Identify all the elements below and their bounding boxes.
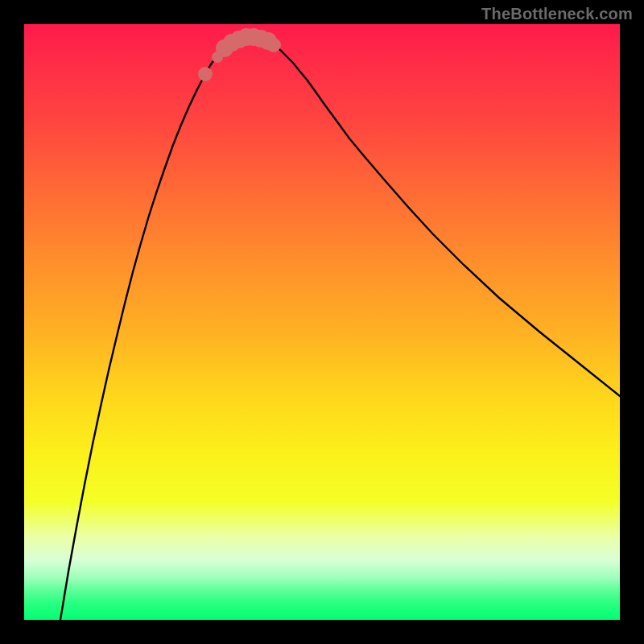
curve-marker [198, 67, 213, 81]
chart-frame: TheBottleneck.com [0, 0, 644, 644]
curve-marker [266, 38, 281, 52]
curve-markers [198, 28, 281, 81]
bottleneck-curve [60, 37, 620, 620]
plot-area [24, 24, 620, 620]
watermark-text: TheBottleneck.com [481, 5, 633, 23]
bottleneck-curve-svg [24, 24, 620, 620]
